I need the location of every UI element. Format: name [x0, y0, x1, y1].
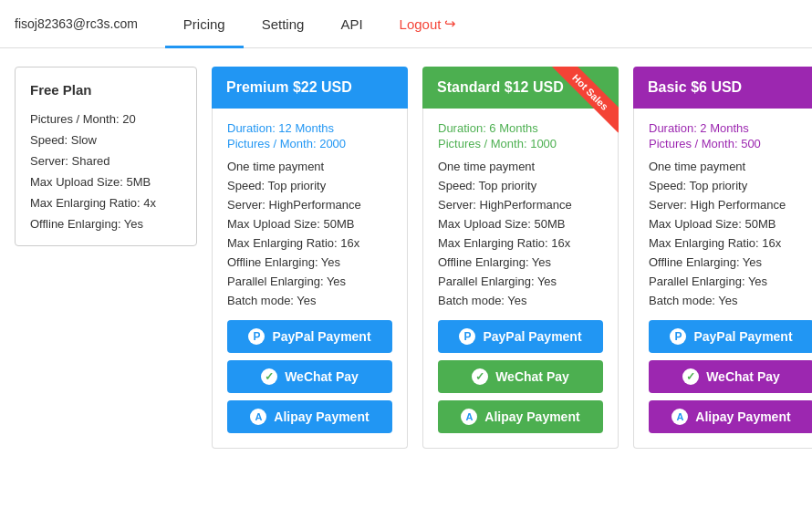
- basic-features: One time payment Speed: Top priority Ser…: [649, 160, 812, 307]
- paypal-icon-b: [670, 328, 686, 345]
- premium-pictures: Pictures / Month: 2000: [227, 137, 392, 150]
- nav-email: fisoj82363@rc3s.com: [15, 16, 138, 31]
- standard-paypal-button[interactable]: PayPal Payment: [438, 320, 603, 353]
- wechat-icon-s: [472, 368, 488, 385]
- premium-body: Duration: 12 Months Pictures / Month: 20…: [212, 109, 408, 449]
- wechat-icon-b: [682, 368, 699, 385]
- alipay-icon-b: [671, 409, 688, 425]
- alipay-icon: [250, 409, 266, 425]
- bf-0: One time payment: [649, 160, 812, 173]
- premium-alipay-button[interactable]: Alipay Payment: [227, 400, 392, 433]
- bf-4: Max Enlarging Ratio: 16x: [649, 236, 812, 250]
- pf-5: Offline Enlarging: Yes: [227, 255, 392, 269]
- bf-2: Server: High Performance: [649, 198, 812, 212]
- nav-setting[interactable]: Setting: [244, 0, 323, 48]
- standard-plan-card: Standard $12 USD Hot Sales Duration: 6 M…: [422, 67, 619, 449]
- free-feature-0: Pictures / Month: 20: [30, 112, 182, 126]
- sf-3: Max Upload Size: 50MB: [438, 217, 603, 231]
- paypal-icon-s: [459, 328, 475, 345]
- alipay-icon-s: [461, 409, 477, 425]
- bf-3: Max Upload Size: 50MB: [649, 217, 812, 231]
- bf-1: Speed: Top priority: [649, 179, 812, 192]
- basic-body: Duration: 2 Months Pictures / Month: 500…: [633, 109, 812, 449]
- free-plan-title: Free Plan: [30, 82, 182, 98]
- premium-plan-card: Premium $22 USD Duration: 12 Months Pict…: [212, 67, 408, 449]
- nav-logout[interactable]: Logout ↪: [381, 0, 475, 48]
- standard-pictures: Pictures / Month: 1000: [438, 137, 603, 150]
- free-feature-4: Max Enlarging Ratio: 4x: [30, 196, 182, 210]
- sf-2: Server: HighPerformance: [438, 198, 603, 212]
- bf-6: Parallel Enlarging: Yes: [649, 275, 812, 288]
- standard-features: One time payment Speed: Top priority Ser…: [438, 160, 603, 307]
- free-feature-2: Server: Shared: [30, 154, 182, 168]
- sf-4: Max Enlarging Ratio: 16x: [438, 236, 603, 250]
- pf-4: Max Enlarging Ratio: 16x: [227, 236, 392, 250]
- standard-header: Standard $12 USD: [422, 67, 619, 109]
- main-content: Free Plan Pictures / Month: 20 Speed: Sl…: [0, 48, 812, 467]
- nav-pricing[interactable]: Pricing: [165, 0, 244, 48]
- sf-6: Parallel Enlarging: Yes: [438, 275, 603, 288]
- premium-duration: Duration: 12 Months: [227, 121, 392, 135]
- navigation: fisoj82363@rc3s.com Pricing Setting API …: [0, 0, 812, 48]
- premium-header: Premium $22 USD: [212, 67, 408, 109]
- pf-6: Parallel Enlarging: Yes: [227, 275, 392, 288]
- basic-wechat-button[interactable]: WeChat Pay: [649, 360, 812, 393]
- basic-alipay-button[interactable]: Alipay Payment: [649, 400, 812, 433]
- pf-2: Server: HighPerformance: [227, 198, 392, 212]
- standard-alipay-button[interactable]: Alipay Payment: [438, 400, 603, 433]
- standard-body: Duration: 6 Months Pictures / Month: 100…: [422, 109, 619, 449]
- free-feature-3: Max Upload Size: 5MB: [30, 175, 182, 189]
- basic-paypal-button[interactable]: PayPal Payment: [649, 320, 812, 353]
- basic-pictures: Pictures / Month: 500: [649, 137, 812, 150]
- standard-duration: Duration: 6 Months: [438, 121, 603, 135]
- sf-1: Speed: Top priority: [438, 179, 603, 192]
- paypal-icon: [248, 328, 265, 345]
- pf-1: Speed: Top priority: [227, 179, 392, 192]
- premium-wechat-button[interactable]: WeChat Pay: [227, 360, 392, 393]
- pf-0: One time payment: [227, 160, 392, 173]
- free-plan-features: Pictures / Month: 20 Speed: Slow Server:…: [30, 112, 182, 231]
- wechat-icon: [261, 368, 277, 385]
- nav-api[interactable]: API: [322, 0, 380, 48]
- bf-7: Batch mode: Yes: [649, 294, 812, 307]
- basic-header: Basic $6 USD: [633, 67, 812, 109]
- free-plan-card: Free Plan Pictures / Month: 20 Speed: Sl…: [15, 67, 197, 246]
- premium-paypal-button[interactable]: PayPal Payment: [227, 320, 392, 353]
- bf-5: Offline Enlarging: Yes: [649, 255, 812, 269]
- standard-wechat-button[interactable]: WeChat Pay: [438, 360, 603, 393]
- pf-3: Max Upload Size: 50MB: [227, 217, 392, 231]
- nav-links: Pricing Setting API Logout ↪: [165, 0, 475, 48]
- free-feature-5: Offline Enlarging: Yes: [30, 217, 182, 231]
- sf-5: Offline Enlarging: Yes: [438, 255, 603, 269]
- sf-0: One time payment: [438, 160, 603, 173]
- premium-features: One time payment Speed: Top priority Ser…: [227, 160, 392, 307]
- logout-icon: ↪: [444, 16, 456, 32]
- basic-plan-card: Basic $6 USD Duration: 2 Months Pictures…: [633, 67, 812, 449]
- basic-duration: Duration: 2 Months: [649, 121, 812, 135]
- sf-7: Batch mode: Yes: [438, 294, 603, 307]
- pf-7: Batch mode: Yes: [227, 294, 392, 307]
- free-feature-1: Speed: Slow: [30, 133, 182, 147]
